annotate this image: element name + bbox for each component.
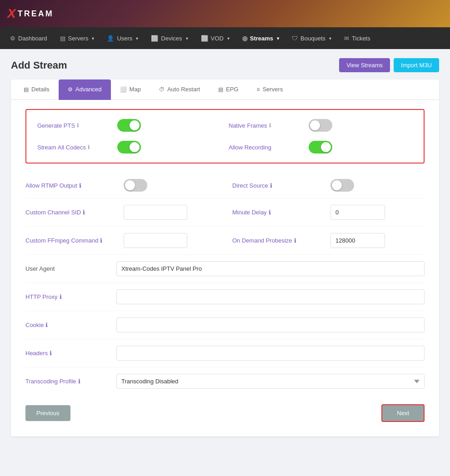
row-rtmp-direct: Allow RTMP Output ℹ Direct Source ℹ <box>25 173 425 198</box>
user-agent-value <box>116 261 425 276</box>
allow-rtmp-toggle[interactable] <box>124 179 147 192</box>
details-tab-icon: ▤ <box>24 86 29 93</box>
epg-tab-icon: ▤ <box>218 86 223 93</box>
allow-recording-slider <box>309 141 332 154</box>
col-on-demand-probesize: On Demand Probesize ℹ <box>232 233 425 248</box>
cookie-value <box>116 317 425 332</box>
vod-arrow-icon: ▾ <box>227 36 230 41</box>
nav-label-users: Users <box>117 35 132 42</box>
row-channel-sid-minute-delay: Custom Channel SID ℹ Minute Delay ℹ <box>25 198 425 227</box>
http-proxy-input[interactable] <box>116 289 425 304</box>
custom-ffmpeg-input[interactable] <box>124 233 187 248</box>
header-buttons: View Streams Import M3U <box>339 58 439 72</box>
tab-advanced-label: Advanced <box>75 86 102 93</box>
nav-item-bouquets[interactable]: 🛡 Bouquets ▾ <box>285 27 338 49</box>
servers-tab-icon: ≡ <box>257 86 260 93</box>
nav-item-tickets[interactable]: ✉ Tickets <box>338 27 377 49</box>
nav-item-devices[interactable]: ⬜ Devices ▾ <box>145 27 194 49</box>
tab-map-label: Map <box>130 86 141 93</box>
user-agent-label: User Agent <box>25 265 116 272</box>
minute-delay-info-icon[interactable]: ℹ <box>269 209 271 216</box>
previous-button[interactable]: Previous <box>25 405 70 421</box>
allow-recording-label: Allow Recording <box>229 144 301 151</box>
nav-label-vod: VOD <box>211 35 224 42</box>
nav-label-dashboard: Dashboard <box>18 35 47 42</box>
on-demand-probesize-input[interactable] <box>330 233 385 248</box>
devices-arrow-icon: ▾ <box>186 36 188 41</box>
direct-source-toggle[interactable] <box>330 179 354 192</box>
top-banner: X TREAM <box>0 0 450 27</box>
http-proxy-label: HTTP Proxy ℹ <box>25 293 116 300</box>
nav-item-users[interactable]: 👤 Users ▾ <box>100 27 145 49</box>
stream-all-codecs-toggle[interactable] <box>117 141 141 154</box>
nav-item-servers[interactable]: ▤ Servers ▾ <box>54 27 101 49</box>
tab-auto-restart[interactable]: ⏱ Auto Restart <box>150 79 209 100</box>
logo-x: X <box>7 6 16 21</box>
stream-all-codecs-info-icon[interactable]: ℹ <box>88 144 90 150</box>
custom-channel-sid-input[interactable] <box>124 205 187 220</box>
tab-advanced[interactable]: ⚙ Advanced <box>59 79 111 100</box>
nav-item-dashboard[interactable]: ⚙ Dashboard <box>4 27 54 49</box>
import-m3u-button[interactable]: Import M3U <box>394 58 439 72</box>
tab-details[interactable]: ▤ Details <box>15 79 59 100</box>
page-content: Add Stream View Streams Import M3U ▤ Det… <box>0 49 450 446</box>
col-allow-recording: Allow Recording <box>229 141 413 154</box>
transcoding-profile-value: Transcoding Disabled <box>116 374 425 389</box>
nav-label-servers: Servers <box>68 35 89 42</box>
col-direct-source: Direct Source ℹ <box>232 179 425 192</box>
generate-pts-toggle[interactable] <box>117 119 141 132</box>
tab-servers-label: Servers <box>263 86 283 93</box>
advanced-tab-icon: ⚙ <box>68 86 73 93</box>
direct-source-info-icon[interactable]: ℹ <box>270 182 272 189</box>
tab-servers[interactable]: ≡ Servers <box>248 79 292 100</box>
generate-pts-info-icon[interactable]: ℹ <box>77 122 79 129</box>
ffmpeg-info-icon[interactable]: ℹ <box>100 237 102 244</box>
allow-rtmp-label: Allow RTMP Output ℹ <box>25 182 116 189</box>
nav-item-vod[interactable]: ⬜ VOD ▾ <box>195 27 236 49</box>
allow-recording-toggle[interactable] <box>309 141 332 154</box>
allow-rtmp-info-icon[interactable]: ℹ <box>79 182 81 189</box>
native-frames-label: Native Frames ℹ <box>229 122 301 129</box>
headers-input[interactable] <box>116 346 425 361</box>
row-user-agent: User Agent <box>25 255 425 283</box>
native-frames-info-icon[interactable]: ℹ <box>269 122 271 129</box>
headers-info-icon[interactable]: ℹ <box>50 350 52 357</box>
native-frames-slider <box>309 119 332 132</box>
streams-arrow-icon: ▾ <box>277 36 279 41</box>
tab-map[interactable]: ⬜ Map <box>111 79 150 100</box>
row-ffmpeg-probesize: Custom FFmpeg Command ℹ On Demand Probes… <box>25 227 425 255</box>
nav-label-tickets: Tickets <box>352 35 370 42</box>
servers-arrow-icon: ▾ <box>92 36 94 41</box>
row-transcoding-profile: Transcoding Profile ℹ Transcoding Disabl… <box>25 367 425 395</box>
col-ffmpeg-command: Custom FFmpeg Command ℹ <box>25 233 218 248</box>
cookie-label: Cookie ℹ <box>25 322 116 328</box>
minute-delay-input[interactable] <box>330 205 385 220</box>
user-agent-input[interactable] <box>116 261 425 276</box>
view-streams-button[interactable]: View Streams <box>339 58 390 72</box>
custom-channel-sid-info-icon[interactable]: ℹ <box>83 209 85 216</box>
next-button[interactable]: Next <box>381 404 425 422</box>
vod-icon: ⬜ <box>201 35 208 42</box>
nav-item-streams[interactable]: ◎ Streams ▾ <box>236 27 285 49</box>
tab-epg[interactable]: ▤ EPG <box>209 79 247 100</box>
transcoding-profile-select[interactable]: Transcoding Disabled <box>116 374 425 389</box>
row-stream-codecs-recording: Stream All Codecs ℹ Allow Recording <box>37 141 413 154</box>
tickets-icon: ✉ <box>344 35 349 42</box>
custom-channel-sid-label: Custom Channel SID ℹ <box>25 209 116 216</box>
http-proxy-info-icon[interactable]: ℹ <box>60 293 62 300</box>
col-custom-channel-sid: Custom Channel SID ℹ <box>25 205 218 220</box>
col-stream-all-codecs: Stream All Codecs ℹ <box>37 141 221 154</box>
streams-icon: ◎ <box>242 35 247 42</box>
native-frames-toggle[interactable] <box>309 119 332 132</box>
row-http-proxy: HTTP Proxy ℹ <box>25 283 425 311</box>
stream-all-codecs-slider <box>117 141 141 154</box>
tab-epg-label: EPG <box>226 86 238 93</box>
cookie-info-icon[interactable]: ℹ <box>45 322 48 328</box>
main-card: ▤ Details ⚙ Advanced ⬜ Map ⏱ Auto Restar… <box>11 79 439 436</box>
transcoding-info-icon[interactable]: ℹ <box>78 378 80 385</box>
probesize-info-icon[interactable]: ℹ <box>294 237 296 244</box>
direct-source-slider <box>330 179 354 192</box>
bouquets-arrow-icon: ▾ <box>329 36 331 41</box>
cookie-input[interactable] <box>116 317 425 332</box>
col-allow-rtmp: Allow RTMP Output ℹ <box>25 179 218 192</box>
